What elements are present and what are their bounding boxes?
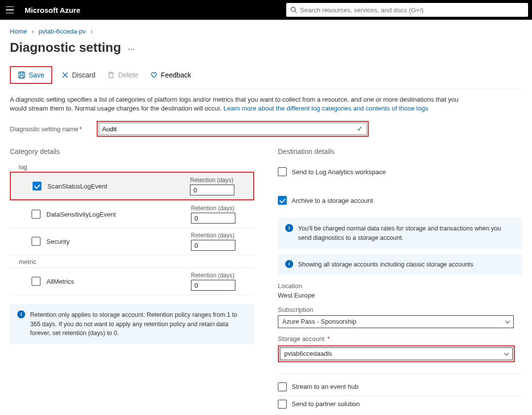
more-actions-button[interactable]: ⋯ [128, 45, 136, 53]
save-button[interactable]: Save [15, 69, 47, 81]
location-value: West Europe [278, 292, 315, 299]
log-label: ScanStatusLogEvent [47, 183, 184, 190]
checkbox-archive-storage[interactable] [278, 196, 287, 205]
log-row-scanstatus: ScanStatusLogEvent Retention (days) [10, 172, 254, 200]
svg-point-0 [291, 7, 296, 12]
search-input[interactable] [300, 6, 524, 14]
category-details-column: Category details log ScanStatusLogEvent … [10, 148, 254, 412]
log-group-label: log [19, 163, 254, 171]
info-icon: i [285, 224, 293, 232]
save-icon [18, 71, 26, 79]
checkbox-datasensitivity[interactable] [32, 210, 40, 219]
checkbox-allmetrics[interactable] [32, 277, 40, 286]
svg-line-1 [295, 11, 297, 13]
breadcrumb: Home › pvlab-6cceda-pv › [10, 28, 522, 35]
heart-icon [150, 71, 158, 79]
delete-button: Delete [104, 69, 141, 81]
checkbox-event-hub[interactable] [278, 382, 287, 391]
intro-text: A diagnostic setting specifies a list of… [10, 95, 464, 113]
toolbar: Save Discard Delete Feedback [10, 66, 522, 89]
retention-label: Retention (days) [191, 205, 250, 212]
svg-rect-3 [20, 72, 23, 74]
retention-input-datasensitivity[interactable] [191, 213, 235, 224]
retention-input-security[interactable] [191, 240, 235, 251]
check-icon: ✓ [357, 124, 363, 133]
retention-label: Retention (days) [190, 177, 249, 184]
checkbox-scanstatus[interactable] [33, 182, 41, 190]
retention-label: Retention (days) [191, 232, 250, 239]
svg-rect-7 [109, 73, 113, 78]
checkbox-security[interactable] [32, 237, 40, 246]
page-title: Diagnostic setting [10, 40, 121, 55]
chevron-right-icon: › [90, 28, 92, 35]
feedback-button[interactable]: Feedback [147, 69, 194, 81]
location-label: Location [278, 282, 522, 290]
brand-label: Microsoft Azure [25, 6, 80, 14]
event-hub-label: Stream to an event hub [292, 383, 358, 390]
retention-label: Retention (days) [191, 272, 250, 279]
chevron-down-icon [504, 351, 509, 356]
storage-account-select[interactable]: pvlab6ccedaadls [280, 347, 513, 360]
setting-name-label: Diagnostic setting name* [10, 125, 82, 133]
subscription-select[interactable]: Azure Pass - Sponsorship [278, 315, 514, 328]
svg-rect-2 [19, 72, 25, 78]
info-icon: i [17, 310, 25, 318]
hamburger-icon[interactable] [4, 4, 16, 16]
log-label: DataSensitivityLogEvent [46, 211, 185, 218]
retention-info-box: i Retention only applies to storage acco… [10, 304, 254, 343]
destination-heading: Destination details [278, 148, 522, 155]
metric-group-label: metric [19, 258, 254, 265]
log-label: Security [46, 238, 185, 245]
subscription-label: Subscription [278, 306, 522, 313]
info-icon: i [285, 260, 293, 268]
svg-rect-4 [20, 75, 24, 78]
setting-name-input[interactable] [102, 125, 357, 133]
breadcrumb-resource[interactable]: pvlab-6cceda-pv [38, 28, 85, 35]
destination-details-column: Destination details Send to Log Analytic… [278, 148, 522, 412]
chevron-down-icon [505, 319, 510, 324]
retention-input-scanstatus[interactable] [190, 185, 234, 195]
retention-input-allmetrics[interactable] [191, 280, 235, 291]
breadcrumb-home[interactable]: Home [10, 28, 27, 35]
partner-label: Send to partner solution [292, 400, 360, 408]
learn-more-link[interactable]: Learn more about the different log categ… [224, 105, 428, 112]
metric-label: AllMetrics [46, 278, 185, 285]
top-bar: Microsoft Azure [0, 0, 532, 20]
metric-row-allmetrics: AllMetrics Retention (days) [10, 267, 254, 295]
checkbox-log-analytics[interactable] [278, 167, 287, 176]
discard-button[interactable]: Discard [58, 69, 98, 81]
chevron-right-icon: › [32, 28, 34, 35]
global-search[interactable] [286, 3, 528, 17]
log-row-security: Security Retention (days) [10, 227, 254, 255]
trash-icon [107, 71, 115, 79]
checkbox-partner[interactable] [278, 400, 287, 409]
archive-label: Archive to a storage account [292, 197, 373, 204]
close-icon [61, 71, 69, 79]
archive-info-accounts: i Showing all storage accounts including… [278, 254, 522, 275]
category-heading: Category details [10, 148, 254, 155]
storage-account-label: Storage account * [278, 335, 522, 342]
log-analytics-label: Send to Log Analytics workspace [292, 168, 386, 176]
search-icon [290, 6, 297, 13]
setting-name-input-wrap[interactable]: ✓ [99, 123, 367, 135]
archive-info-charges: i You'll be charged normal data rates fo… [278, 218, 522, 248]
log-row-datasensitivity: DataSensitivityLogEvent Retention (days) [10, 200, 254, 227]
